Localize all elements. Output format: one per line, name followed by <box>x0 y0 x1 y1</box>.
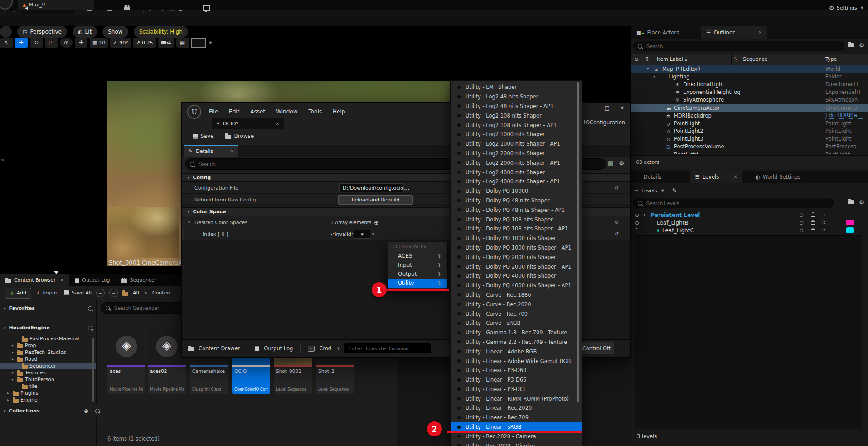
reset-icon[interactable]: ↺ <box>614 231 619 237</box>
colorspace-option[interactable]: Utility - Log2 4000 nits Shaper <box>451 167 582 177</box>
add-collection-icon[interactable]: ⊕ <box>84 408 88 414</box>
colorspace-option[interactable]: Utility - Curve - Rec.2020 <box>451 299 582 309</box>
tab-levels[interactable]: ☰ Levels ✕ <box>690 170 742 183</box>
delete-elements-icon[interactable] <box>385 220 389 225</box>
maximize-viewport-button[interactable]: ▦ <box>176 38 189 48</box>
colorspace-option[interactable]: Utility - Dolby PQ 1000 nits Shaper - AP… <box>451 243 582 253</box>
colorspace-option[interactable]: Utility - Linear - Rec.2020 <box>451 403 582 413</box>
level-color-swatch[interactable] <box>846 227 854 233</box>
colorspace-option[interactable]: Utility - Curve - sRGB <box>451 319 582 328</box>
rotation-snap-control[interactable]: ∠ 90° <box>110 38 131 48</box>
outliner-row[interactable]: HDRIBackdrop Edit HDRIBa <box>631 112 868 119</box>
import-button[interactable]: ↧ Import <box>36 290 59 296</box>
gear-icon[interactable]: ⚙ <box>859 199 864 206</box>
colorspace-option[interactable]: Utility - Dolby PQ 48 nits Shaper - AP1 <box>451 205 582 215</box>
chevron-down-icon[interactable]: ▾ <box>372 232 374 236</box>
settings-dropdown[interactable]: ⚙ Settings ▼ <box>829 5 863 11</box>
menu-item[interactable]: ACES ❯ <box>388 251 447 260</box>
search-input[interactable] <box>645 200 829 206</box>
colorspace-option[interactable]: Utility - Log2 2000 nits Shaper <box>451 149 582 158</box>
outliner-row[interactable]: PointLight PointLight <box>631 119 868 127</box>
lock-icon[interactable] <box>811 229 815 232</box>
show-dropdown[interactable]: Show <box>102 26 128 38</box>
browse-file-button[interactable]: ... <box>404 185 410 191</box>
visibility-eye-icon[interactable] <box>635 220 641 226</box>
level-blueprint-icon[interactable]: ∷ <box>822 220 825 225</box>
lighting-scenario-icon[interactable]: ○ <box>800 212 804 217</box>
lock-icon[interactable] <box>811 214 815 217</box>
tab-ocio-asset[interactable]: ♦ OCIO* ✕ <box>212 118 284 129</box>
expander-icon[interactable] <box>647 67 651 71</box>
viewport-layout-icon[interactable] <box>191 38 206 48</box>
colorspace-option[interactable]: Utility - Linear - Adobe RGB <box>451 347 582 356</box>
colorspace-option[interactable]: Utility - Log2 48 nits Shaper <box>451 92 582 102</box>
dropdown-scrollbar[interactable] <box>577 82 579 402</box>
outliner-row[interactable]: PointLight2 PointLight <box>631 127 868 135</box>
colorspace-option[interactable]: Utility - Linear - RIMM ROMM (ProPhoto) <box>451 394 582 403</box>
outliner-row[interactable]: PostProcessVolume PostProcess <box>631 143 868 151</box>
colorspace-option[interactable]: Utility - Log2 1000 nits Shaper - AP1 <box>451 139 582 149</box>
colorspace-option[interactable]: Utility - Log2 4000 nits Shaper - AP1 <box>451 177 582 186</box>
menu-item[interactable]: Tools <box>308 108 322 115</box>
colorspace-option[interactable]: Utility - Log2 2000 nits Shaper - AP1 <box>451 158 582 167</box>
menu-item[interactable]: Help <box>333 108 345 115</box>
level-blueprint-icon[interactable]: ∷ <box>822 212 825 217</box>
colorspace-option[interactable]: Utility - Rec.2020 - Display <box>451 441 582 446</box>
sequence-column-icon[interactable]: ϟ <box>734 56 737 62</box>
edit-icon[interactable]: ✎ <box>672 187 677 194</box>
minimize-button[interactable]: — <box>589 105 595 111</box>
panel-collapse-icon[interactable]: « <box>1 157 4 163</box>
type-column[interactable]: Type <box>825 56 837 62</box>
console-command-input[interactable]: Enter Console Command <box>344 343 431 353</box>
level-row[interactable]: Leaf_LightC ○ ∷ <box>631 226 868 234</box>
collections-header[interactable]: ▾ Collections ⊕ <box>0 405 103 417</box>
reset-icon[interactable]: ↺ <box>614 185 619 191</box>
tab-output-log[interactable]: Output Log <box>69 274 115 286</box>
visibility-eye-icon[interactable] <box>635 212 641 218</box>
menu-item[interactable]: File <box>209 108 218 115</box>
level-color-swatch[interactable] <box>846 220 854 225</box>
maximize-button[interactable]: □ <box>605 105 610 111</box>
chevron-down-icon[interactable]: ▼ <box>209 41 212 45</box>
visibility-eye-icon[interactable] <box>635 227 641 234</box>
close-icon[interactable]: ✕ <box>60 278 64 283</box>
colorspace-option[interactable]: Utility - Linear - P3-D60 <box>451 366 582 375</box>
tab-world-settings[interactable]: ◐ World Settings <box>751 170 806 183</box>
colorspace-option[interactable]: Utility - Dolby PQ 4000 nits Shaper - AP… <box>451 281 582 290</box>
close-icon[interactable]: ✕ <box>230 149 234 154</box>
tab-sequencer[interactable]: Sequencer <box>116 274 162 286</box>
new-folder-icon[interactable] <box>848 200 854 204</box>
lit-dropdown[interactable]: ◐ Lit <box>73 26 97 38</box>
search-icon[interactable] <box>95 409 100 413</box>
colorspace-option[interactable]: Utility - Linear - P3-D65 <box>451 375 582 385</box>
expander-icon[interactable] <box>644 213 648 217</box>
colorspace-option[interactable]: Utility - Dolby PQ 4000 nits Shaper <box>451 271 582 281</box>
save-asset-button[interactable]: Save <box>193 133 213 139</box>
viewport-menu-button[interactable]: ≡ <box>0 26 12 38</box>
tab-details-panel[interactable]: ≡ Details <box>631 170 667 183</box>
close-button[interactable]: ✕ <box>620 105 624 111</box>
reload-rebuild-button[interactable]: Reload and Rebuild <box>338 195 413 205</box>
add-button[interactable]: + Add <box>5 288 31 299</box>
tab-content-browser[interactable]: Content Browser ✕ <box>0 274 69 286</box>
rotate-tool-button[interactable]: ↻ <box>30 38 43 48</box>
scalability-button[interactable]: Scalability: High <box>134 26 188 38</box>
outliner-row[interactable]: RectLight RectLight <box>631 151 868 154</box>
add-element-icon[interactable]: ⊕ <box>374 219 379 226</box>
tab-outliner[interactable]: ☰ Outliner ✕ <box>701 26 767 39</box>
expander-icon[interactable] <box>7 398 11 402</box>
asset-breadcrumb[interactable]: !OConfiguration <box>583 119 625 126</box>
timeline-playhead[interactable] <box>53 271 59 274</box>
level-row[interactable]: Persistent Level ○ ∷ <box>631 211 868 219</box>
colorspace-option[interactable]: Utility - Log2 108 nits Shaper <box>451 111 582 120</box>
save-all-button[interactable]: Save All <box>64 290 92 296</box>
colorspace-option[interactable]: Utility - LMT Shaper <box>451 83 582 92</box>
level-row[interactable]: Leaf_LightB ○ ∷ <box>631 219 868 226</box>
chevron-down-icon[interactable]: ▼ <box>337 347 340 351</box>
world-local-toggle[interactable]: ⊕ <box>60 38 73 48</box>
colorspace-option[interactable]: Utility - Dolby PQ 108 nits Shaper <box>451 215 582 224</box>
asset-tile[interactable]: aces Movie Pipeline Master... <box>107 328 145 394</box>
lighting-scenario-icon[interactable]: ○ <box>800 220 804 225</box>
levels-search-box[interactable] <box>633 198 834 208</box>
configuration-file-value[interactable]: D:/Download/config.ocio <box>339 183 404 192</box>
